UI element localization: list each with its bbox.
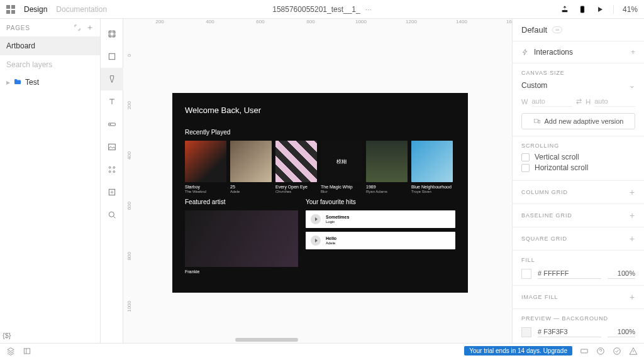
tool-frame[interactable] (101, 23, 123, 45)
fill-swatch[interactable] (521, 269, 531, 279)
search-layers-input[interactable] (6, 60, 101, 69)
height-label: H (586, 98, 591, 106)
ruler-corner (123, 19, 135, 30)
album-cover (230, 141, 272, 182)
album-title: Every Open Eye (275, 185, 317, 190)
square-grid-label[interactable]: SQUARE GRID (521, 236, 567, 242)
add-column-grid-icon[interactable]: + (630, 187, 635, 197)
fill-label: FILL (521, 257, 535, 263)
album-title: Starboy (185, 185, 226, 190)
play-icon (311, 214, 321, 224)
share-icon[interactable] (560, 5, 569, 14)
ruler-vertical: 0200400600800100012001400 (123, 30, 135, 343)
panel-icon[interactable] (23, 347, 31, 355)
add-adaptive-button[interactable]: Add new adaptive version (521, 113, 635, 129)
baseline-grid-label[interactable]: BASELINE GRID (521, 212, 572, 219)
filename-more-icon[interactable]: ··· (365, 5, 372, 14)
tool-search[interactable] (101, 203, 123, 226)
filename-text: 1585760055201_test__1_ (272, 5, 360, 14)
height-input[interactable]: auto (594, 96, 635, 107)
app-menu-icon[interactable] (6, 5, 15, 14)
keyboard-icon[interactable] (580, 347, 589, 355)
mock-recently-title: Recently Played (185, 129, 455, 136)
svg-point-6 (109, 166, 111, 168)
svg-point-11 (109, 212, 114, 217)
tab-design[interactable]: Design (24, 5, 47, 14)
width-label: W (521, 98, 528, 106)
svg-rect-1 (109, 31, 114, 36)
svg-point-9 (113, 171, 115, 173)
album-card: Every Open EyeChvrches (275, 141, 317, 193)
album-artist: Ryan Adams (366, 190, 408, 194)
page-artboard[interactable]: Artboard (0, 36, 100, 55)
hit-row: SometimesLogic (306, 210, 455, 228)
layer-label: Test (25, 78, 39, 87)
trial-pill[interactable]: Your trial ends in 14 days. Upgrade (464, 346, 572, 355)
artboard-mock[interactable]: Welcome Back, User Recently Played Starb… (172, 93, 468, 293)
play-icon (311, 236, 321, 246)
variant-default[interactable]: Default (521, 25, 547, 35)
tool-rail: Draw... (101, 19, 123, 343)
svg-point-8 (109, 171, 111, 173)
scrolling-label: SCROLLING (521, 143, 559, 149)
tool-image[interactable] (101, 136, 123, 158)
preview-bg-hex-input[interactable]: # F3F3F3 (538, 327, 601, 337)
zoom-indicator[interactable]: 41% (613, 5, 638, 14)
tab-documentation[interactable]: Documentation (56, 5, 107, 14)
album-card: StarboyThe Weeknd (185, 141, 226, 193)
swap-icon[interactable]: ⇄ (576, 97, 582, 106)
image-fill-label[interactable]: IMAGE FILL (521, 294, 558, 300)
add-interaction-icon[interactable]: + (631, 48, 635, 57)
fill-pct-input[interactable]: 100% (608, 268, 635, 279)
album-artist: The Weeknd (185, 190, 226, 194)
canvas-size-select[interactable]: Custom (521, 81, 629, 90)
folder-icon (14, 78, 21, 87)
add-square-grid-icon[interactable]: + (630, 234, 635, 244)
width-input[interactable]: auto (531, 96, 572, 107)
layers-icon[interactable] (6, 347, 15, 355)
tool-hotspot[interactable] (101, 181, 123, 203)
expand-icon[interactable] (74, 24, 81, 31)
svg-point-7 (113, 166, 115, 168)
play-icon[interactable] (596, 5, 604, 14)
tool-text[interactable] (101, 90, 123, 113)
preview-bg-swatch[interactable] (521, 327, 531, 337)
interactions-label[interactable]: Interactions (534, 48, 573, 57)
svg-rect-0 (580, 6, 584, 13)
add-page-icon[interactable] (86, 24, 94, 31)
variant-badge: ∞ (552, 26, 562, 33)
device-icon[interactable] (578, 5, 587, 14)
add-image-fill-icon[interactable]: + (630, 292, 635, 302)
tool-button[interactable] (101, 113, 123, 136)
warn-icon[interactable] (629, 347, 638, 355)
preview-bg-pct-input[interactable]: 100% (608, 327, 635, 337)
fill-hex-input[interactable]: # FFFFFF (538, 268, 601, 279)
layer-caret-icon[interactable]: ▶ (6, 80, 10, 85)
horizontal-scrollbar[interactable] (235, 338, 298, 342)
album-title: Blue Neighbourhood (411, 185, 453, 190)
horizontal-scroll-checkbox[interactable]: Horizontal scroll (521, 163, 635, 172)
topbar: Design Documentation 1585760055201_test_… (0, 0, 644, 19)
album-title: The Magic Whip (321, 185, 362, 190)
tool-draw[interactable]: Draw... (101, 68, 123, 90)
album-artist: Chvrches (275, 190, 317, 194)
album-title: 1989 (366, 185, 408, 190)
tool-rectangle[interactable] (101, 45, 123, 68)
pages-label: PAGES (6, 24, 30, 31)
left-panel: PAGES Artboard ▶ Test (0, 19, 101, 343)
currency-icon[interactable]: {$} (3, 332, 11, 339)
canvas[interactable]: 20040060080010001200140016001800 0200400… (123, 19, 512, 343)
vertical-scroll-checkbox[interactable]: Vertical scroll (521, 153, 635, 161)
tool-component[interactable] (101, 158, 123, 181)
svg-point-17 (614, 347, 621, 354)
add-baseline-grid-icon[interactable]: + (630, 210, 635, 220)
preview-bg-label: PREVIEW — BACKGROUND (521, 315, 608, 322)
help-icon[interactable] (596, 347, 605, 355)
check-icon[interactable] (613, 347, 621, 355)
filename[interactable]: 1585760055201_test__1_ ··· (272, 5, 372, 14)
status-bar: Your trial ends in 14 days. Upgrade (0, 343, 644, 358)
svg-point-4 (109, 124, 110, 124)
column-grid-label[interactable]: COLUMN GRID (521, 189, 568, 195)
album-cover (275, 141, 317, 182)
layer-test[interactable]: ▶ Test (6, 78, 94, 87)
